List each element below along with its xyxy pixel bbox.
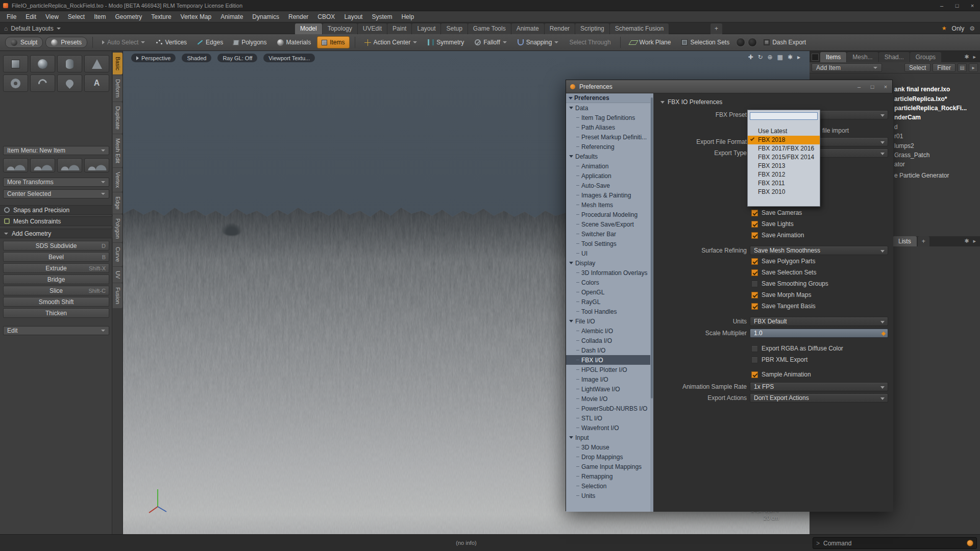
tube-primitive-button[interactable]: [30, 74, 55, 92]
add-item-button[interactable]: Add Item: [812, 63, 882, 72]
tool-category-tab[interactable]: Edge: [113, 192, 122, 214]
maximize-button[interactable]: □: [866, 80, 879, 93]
viewport-nav-icon[interactable]: ✱: [788, 54, 793, 61]
uv-widget-icon[interactable]: [748, 38, 757, 47]
pref-tree-item[interactable]: PowerSubD-NURBS I/O: [566, 404, 653, 413]
pref-tree-item[interactable]: UI: [566, 248, 653, 258]
viewport-shading-button[interactable]: Shaded: [182, 54, 211, 62]
close-button[interactable]: ×: [879, 80, 892, 93]
layout-tab[interactable]: Setup: [441, 23, 467, 34]
checkbox-row[interactable]: Save Smoothing Groups: [750, 278, 893, 289]
layout-tab[interactable]: Render: [545, 23, 575, 34]
cube-primitive-button[interactable]: [3, 55, 28, 72]
cylinder-primitive-button[interactable]: [57, 55, 82, 72]
cone-primitive-button[interactable]: [84, 55, 109, 72]
pref-tree-item[interactable]: Selection: [566, 481, 653, 491]
checkbox[interactable]: [751, 292, 758, 298]
sphere-primitive-button[interactable]: [30, 55, 55, 72]
panel-menu-icon[interactable]: ▸: [973, 238, 976, 244]
layout-tab[interactable]: Paint: [387, 23, 411, 34]
selection-sets-button[interactable]: Selection Sets: [677, 36, 733, 48]
pref-tree-item[interactable]: STL I/O: [566, 413, 653, 423]
terrain-tool-button[interactable]: [84, 158, 109, 172]
selection-mode-button[interactable]: Vertices: [152, 36, 191, 48]
menu-item[interactable]: Item: [89, 11, 110, 22]
pref-tree-item[interactable]: Tool Settings: [566, 239, 653, 248]
checkbox[interactable]: [751, 303, 758, 310]
checkbox[interactable]: [751, 258, 758, 265]
layout-tab[interactable]: Topology: [323, 23, 357, 34]
pref-tree-item[interactable]: Application: [566, 171, 653, 181]
menu-item[interactable]: Layout: [339, 11, 367, 22]
add-list-tab-button[interactable]: +: [918, 236, 929, 246]
viewport-nav-icon[interactable]: ↻: [757, 54, 763, 61]
checkbox-row[interactable]: Save Tangent Basis: [750, 300, 893, 312]
scale-multiplier-input[interactable]: 1.0: [750, 329, 888, 338]
pref-tree-item[interactable]: Animation: [566, 161, 653, 171]
geometry-tool-button[interactable]: Slice Shift-C: [3, 286, 109, 295]
terrain-tool-button[interactable]: [57, 158, 82, 172]
selection-mode-button[interactable]: Edges: [193, 36, 227, 48]
auto-select-button[interactable]: Auto Select: [98, 36, 149, 48]
geometry-tool-button[interactable]: SDS Subdivide D: [3, 241, 109, 251]
layout-tab[interactable]: Model: [295, 23, 322, 34]
scrollbar-thumb[interactable]: [651, 97, 653, 398]
viewport-nav-icon[interactable]: ▦: [777, 54, 783, 61]
more-transforms-dropdown[interactable]: More Transforms: [3, 178, 109, 187]
checkbox-row[interactable]: Save Morph Maps: [750, 289, 893, 300]
tool-category-tab[interactable]: Vertex: [113, 168, 122, 192]
checkbox[interactable]: [751, 210, 758, 216]
menu-item[interactable]: Render: [284, 11, 313, 22]
torus-primitive-button[interactable]: [3, 74, 28, 92]
menu-item[interactable]: Dynamics: [248, 11, 284, 22]
preset-option[interactable]: FBX 2015/FBX 2014: [748, 153, 820, 162]
menu-item[interactable]: Edit: [21, 11, 41, 22]
panel-tab[interactable]: Items: [820, 52, 846, 62]
preset-option[interactable]: FBX 2011: [748, 179, 820, 188]
geometry-tool-button[interactable]: Smooth Shift: [3, 297, 109, 307]
menu-item[interactable]: Geometry: [111, 11, 147, 22]
add-geometry-header[interactable]: Add Geometry: [0, 229, 112, 238]
checkbox-row[interactable]: Export RGBA as Diffuse Color: [750, 343, 893, 354]
preset-option[interactable]: FBX 2017/FBX 2016: [748, 144, 820, 153]
preferences-tree-root[interactable]: Preferences: [566, 93, 653, 103]
checkbox-row[interactable]: Save Selection Sets: [750, 267, 893, 278]
viewport-nav-icon[interactable]: ▸: [797, 54, 800, 61]
checkbox[interactable]: [751, 371, 758, 378]
units-combo[interactable]: FBX Default: [750, 317, 888, 326]
burst-icon[interactable]: ✱: [964, 54, 969, 60]
layout-tab[interactable]: Animate: [511, 23, 544, 34]
tool-category-tab[interactable]: Curve: [113, 243, 122, 266]
checkbox-row[interactable]: Save Lights: [750, 218, 893, 230]
pref-tree-item[interactable]: Item Tag Definitions: [566, 113, 653, 122]
default-layouts-dropdown[interactable]: ⌂ Default Layouts: [4, 22, 61, 34]
tool-category-tab[interactable]: Mesh Edit: [113, 134, 122, 167]
presets-button[interactable]: Presets: [45, 37, 87, 48]
pref-tree-item[interactable]: Tool Handles: [566, 307, 653, 316]
panel-tab[interactable]: Mesh...: [847, 52, 878, 62]
snap­ping-button[interactable]: Snapping: [513, 36, 563, 48]
checkbox[interactable]: [751, 221, 758, 228]
viewport-nav-icon[interactable]: ⊕: [768, 54, 773, 61]
layout-tab[interactable]: Schematic Fusion: [610, 23, 669, 34]
checkbox[interactable]: [751, 281, 758, 287]
terrain-tool-button[interactable]: [30, 158, 55, 172]
preset-option[interactable]: FBX 2018: [748, 136, 820, 144]
menu-item[interactable]: System: [367, 11, 397, 22]
pref-tree-item[interactable]: Scene Save/Export: [566, 219, 653, 229]
burst-icon[interactable]: ✱: [964, 238, 969, 244]
checkbox-row[interactable]: Save Cameras: [750, 207, 893, 218]
symmetry-button[interactable]: Symmetry: [424, 36, 468, 48]
pref-tree-item[interactable]: Movie I/O: [566, 394, 653, 404]
pref-tree-item[interactable]: Dash I/O: [566, 345, 653, 355]
layout-tab[interactable]: Game Tools: [468, 23, 511, 34]
falloff-button[interactable]: Falloff: [471, 36, 510, 48]
checkbox-row[interactable]: Save Polygon Parts: [750, 256, 893, 267]
pref-tree-item[interactable]: Wavefront I/O: [566, 423, 653, 433]
preferences-titlebar[interactable]: Preferences – □ ×: [566, 80, 892, 93]
panel-more-icon[interactable]: ▸: [969, 63, 978, 72]
center-selected-dropdown[interactable]: Center Selected: [3, 189, 109, 198]
action-center-button[interactable]: Action Center: [360, 36, 422, 48]
surface-refining-combo[interactable]: Save Mesh Smoothness: [750, 246, 888, 255]
panel-icon[interactable]: [812, 54, 819, 61]
